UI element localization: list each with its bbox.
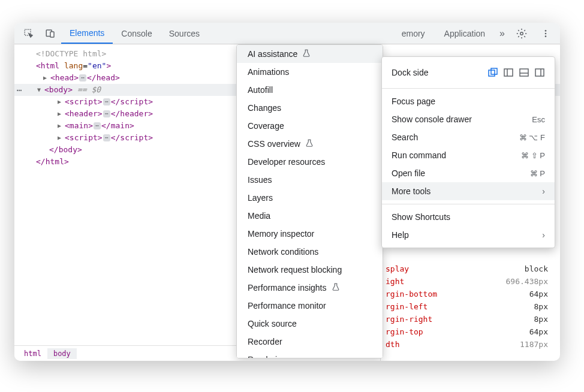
style-property-row[interactable]: rgin-right8px <box>381 313 560 325</box>
flask-icon <box>332 283 340 293</box>
flask-icon <box>302 49 311 59</box>
menu-item-run-command[interactable]: Run command⌘ ⇧ P <box>382 146 555 164</box>
menu-item-open-file[interactable]: Open file⌘ P <box>382 164 555 182</box>
more-tools-item[interactable]: Recorder <box>237 333 383 351</box>
tab-sources[interactable]: Sources <box>161 23 208 44</box>
breadcrumb-html[interactable]: html <box>18 348 47 359</box>
tab-console[interactable]: Console <box>113 23 160 44</box>
menu-item-label: Rendering <box>248 355 287 358</box>
gear-icon[interactable] <box>513 25 530 42</box>
menu-item-label: Performance insights <box>248 283 327 293</box>
more-tools-item[interactable]: Layers <box>237 189 383 207</box>
menu-item-label: Quick source <box>248 319 297 328</box>
style-property-row[interactable]: dth1187px <box>381 338 560 351</box>
style-property-name: nt-family <box>386 360 428 361</box>
style-property-name: ight <box>386 275 404 288</box>
dock-side-label: Dock side <box>392 68 428 77</box>
svg-rect-10 <box>489 70 495 76</box>
more-tools-item[interactable]: Animations <box>237 63 383 81</box>
inspect-element-icon[interactable] <box>20 25 37 42</box>
devtools-tabs: Elements Console Sources <box>61 23 208 44</box>
style-property-name: rgin-right <box>386 313 432 325</box>
shortcut: ⌘ ⌥ F <box>519 133 545 142</box>
svg-rect-11 <box>491 68 497 74</box>
menu-item-label: Developer resources <box>248 157 325 167</box>
dock-bottom-icon[interactable] <box>519 67 529 78</box>
tab-application[interactable]: Application <box>436 29 494 38</box>
style-property-row[interactable]: splayblock <box>381 263 560 275</box>
more-tools-item[interactable]: Network request blocking <box>237 261 383 279</box>
style-property-name: splay <box>386 263 409 275</box>
tab-memory[interactable]: emory <box>401 29 434 38</box>
style-property-row[interactable]: rgin-bottom64px <box>381 288 560 300</box>
dock-undock-icon[interactable] <box>487 67 498 78</box>
more-tools-item[interactable]: Autofill <box>237 81 383 99</box>
more-tabs-button[interactable]: » <box>496 28 508 39</box>
menu-item-label: Network request blocking <box>248 265 342 275</box>
more-tools-item[interactable]: Network conditions <box>237 243 383 261</box>
more-tools-item[interactable]: Changes <box>237 99 383 117</box>
style-property-row[interactable]: nt-family"Google Sans", <box>381 360 560 361</box>
svg-point-5 <box>545 32 547 34</box>
menu-item-help[interactable]: Help› <box>382 226 555 244</box>
style-property-name: rgin-top <box>386 325 423 338</box>
svg-point-4 <box>545 30 547 32</box>
more-tools-item[interactable]: Memory inspector <box>237 225 383 243</box>
more-tools-item[interactable]: Performance monitor <box>237 297 383 315</box>
more-tools-submenu: AI assistanceAnimationsAutofillChangesCo… <box>236 44 383 358</box>
menu-item-label: CSS overview <box>248 139 300 149</box>
menu-item-label: Media <box>248 211 270 221</box>
menu-item-label: Performance monitor <box>248 301 326 310</box>
style-property-value: 8px <box>534 300 548 313</box>
more-tools-item[interactable]: CSS overview <box>237 135 383 153</box>
shortcut: ⌘ P <box>530 169 545 178</box>
style-property-value: 64px <box>529 288 548 300</box>
more-tools-item[interactable]: Rendering <box>237 351 383 358</box>
menu-item-focus-page[interactable]: Focus page <box>382 92 555 110</box>
style-property-value: "Google Sans", <box>482 360 548 361</box>
devtools-toolbar: Elements Console Sources emory Applicati… <box>14 23 560 44</box>
more-tools-item[interactable]: Performance insights <box>237 279 383 297</box>
style-property-name: rgin-bottom <box>386 288 437 300</box>
menu-item-more-tools[interactable]: More tools› <box>382 182 555 200</box>
breadcrumb-body[interactable]: body <box>47 348 77 359</box>
dock-left-icon[interactable] <box>503 67 514 78</box>
style-property-row[interactable]: rgin-top64px <box>381 325 560 338</box>
menu-item-label: Coverage <box>248 121 284 131</box>
menu-item-label: Animations <box>248 67 289 77</box>
menu-item-label: Changes <box>248 103 281 113</box>
style-property-row[interactable]: rgin-left8px <box>381 300 560 313</box>
menu-item-label: Autofill <box>248 85 273 95</box>
dock-side-row: Dock side <box>382 61 555 85</box>
more-tools-item[interactable]: Developer resources <box>237 153 383 171</box>
more-tools-item[interactable]: Coverage <box>237 117 383 135</box>
tab-elements[interactable]: Elements <box>61 23 113 44</box>
menu-item-search[interactable]: Search⌘ ⌥ F <box>382 128 555 146</box>
more-tools-item[interactable]: Issues <box>237 171 383 189</box>
style-property-row[interactable]: ight696.438px <box>381 275 560 288</box>
style-property-name: rgin-left <box>386 300 428 313</box>
style-property-value: 696.438px <box>506 275 548 288</box>
menu-item-label: Layers <box>248 193 273 203</box>
style-property-value: 8px <box>534 313 548 325</box>
menu-item-show-console-drawer[interactable]: Show console drawerEsc <box>382 110 555 128</box>
menu-item-show-shortcuts[interactable]: Show Shortcuts <box>382 208 555 226</box>
dock-right-icon[interactable] <box>534 67 545 78</box>
shortcut: ⌘ ⇧ P <box>521 151 545 160</box>
more-tools-item[interactable]: Media <box>237 207 383 225</box>
svg-point-3 <box>520 32 523 35</box>
more-tools-item[interactable]: Quick source <box>237 315 383 333</box>
chevron-right-icon: › <box>542 186 545 196</box>
breadcrumb: html body <box>14 345 242 361</box>
doctype: <!DOCTYPE html> <box>36 48 106 60</box>
devtools-window: Elements Console Sources emory Applicati… <box>14 23 560 361</box>
eq-dollar-zero: == $0 <box>77 84 101 96</box>
kebab-menu-icon[interactable] <box>537 25 554 42</box>
menu-item-label: Network conditions <box>248 247 318 257</box>
more-tools-item[interactable]: AI assistance <box>237 45 383 63</box>
devtools-main-menu: Dock side Focus page Show console drawer… <box>381 56 555 248</box>
device-toolbar-icon[interactable] <box>42 25 59 42</box>
style-property-value: 64px <box>529 325 548 338</box>
style-property-name: dth <box>386 338 399 351</box>
style-property-value: 1187px <box>520 338 548 351</box>
